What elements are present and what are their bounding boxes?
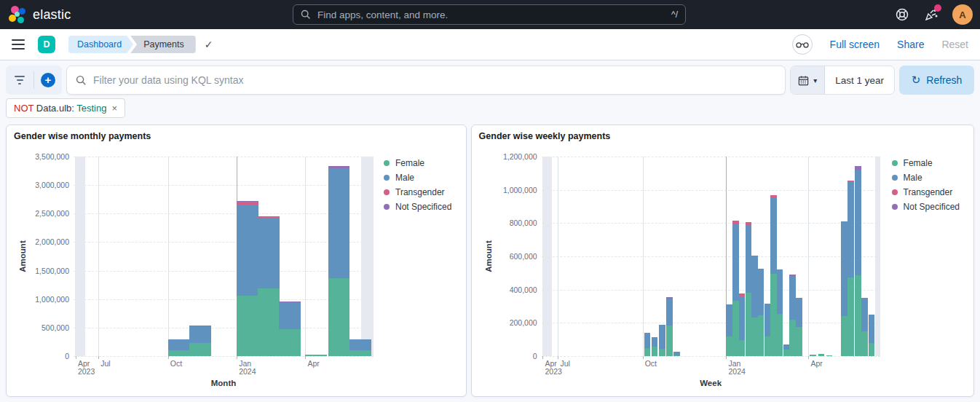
bar-segment-transgender[interactable] [770, 195, 777, 197]
bar-segment-male[interactable] [770, 197, 777, 274]
bar-segment-male[interactable] [652, 337, 658, 347]
bar-segment-female[interactable] [666, 326, 673, 356]
bar-segment-male[interactable] [258, 218, 280, 288]
remove-filter-icon[interactable]: × [111, 103, 117, 114]
stacked-bar[interactable] [673, 157, 680, 356]
stacked-bar[interactable] [751, 157, 758, 356]
filter-menu-button[interactable] [6, 66, 33, 95]
stacked-bar[interactable] [666, 157, 673, 356]
stacked-bar[interactable] [659, 157, 665, 356]
stacked-bar[interactable] [783, 157, 790, 356]
stacked-bar[interactable] [770, 157, 777, 356]
bar-segment-female[interactable] [777, 314, 783, 356]
stacked-bar[interactable] [841, 157, 847, 356]
bar-segment-male[interactable] [861, 298, 868, 332]
menu-button[interactable] [12, 39, 25, 50]
bar-segment-male[interactable] [168, 339, 190, 351]
time-range-value[interactable]: Last 1 year [825, 75, 894, 86]
full-screen-button[interactable]: Full screen [830, 39, 880, 50]
stacked-bar[interactable] [305, 157, 327, 356]
legend-item-transgender[interactable]: Transgender [892, 188, 960, 197]
bar-segment-female[interactable] [751, 318, 758, 356]
bar-segment-female[interactable] [237, 296, 258, 356]
stacked-bar[interactable] [764, 157, 771, 356]
bar-segment-female[interactable] [783, 350, 790, 356]
bar-segment-transgender[interactable] [847, 181, 854, 183]
stacked-bar[interactable] [652, 157, 658, 356]
add-filter-button[interactable]: + [34, 66, 62, 95]
bar-segment-male[interactable] [841, 221, 847, 316]
stacked-bar[interactable] [168, 157, 190, 356]
global-search-input[interactable]: Find apps, content, and more. ^/ [293, 4, 686, 25]
bar-segment-male[interactable] [758, 269, 764, 315]
bar-segment-transgender[interactable] [732, 221, 739, 224]
stacked-bar[interactable] [644, 157, 651, 356]
legend-item-not_specified[interactable]: Not Specificed [384, 202, 451, 211]
legend-item-female[interactable]: Female [384, 159, 451, 168]
bar-segment-male[interactable] [777, 269, 783, 314]
filter-pill[interactable]: NOT Data.ulb: Testing × [6, 98, 125, 118]
bar-segment-female[interactable] [328, 278, 350, 356]
bar-segment-female[interactable] [189, 343, 211, 356]
bar-segment-not_specified[interactable] [279, 302, 301, 302]
bar-segment-not_specified[interactable] [237, 201, 258, 202]
stacked-bar[interactable] [237, 157, 258, 356]
bar-segment-female[interactable] [746, 293, 752, 356]
news-feed-button[interactable] [923, 7, 939, 23]
help-button[interactable] [894, 7, 910, 23]
bar-segment-female[interactable] [796, 327, 802, 356]
stacked-bar[interactable] [726, 157, 732, 356]
bar-segment-transgender[interactable] [739, 293, 746, 296]
bar-segment-female[interactable] [659, 349, 665, 356]
stacked-bar[interactable] [869, 157, 875, 356]
bar-segment-female[interactable] [258, 288, 280, 356]
bar-segment-female[interactable] [810, 355, 816, 356]
space-avatar[interactable]: D [38, 36, 55, 53]
bar-segment-female[interactable] [861, 331, 868, 356]
bar-segment-male[interactable] [666, 299, 673, 326]
stacked-bar[interactable] [279, 157, 301, 356]
bar-segment-female[interactable] [279, 329, 301, 356]
bar-segment-female[interactable] [818, 354, 825, 356]
kql-query-input[interactable]: Filter your data using KQL syntax [66, 66, 786, 95]
legend-item-male[interactable]: Male [384, 173, 451, 182]
stacked-bar[interactable] [758, 157, 764, 356]
stacked-bar[interactable] [739, 157, 746, 356]
bar-segment-male[interactable] [739, 296, 746, 341]
stacked-bar[interactable] [328, 157, 350, 356]
share-button[interactable]: Share [897, 39, 924, 50]
stacked-bar[interactable] [796, 157, 802, 356]
bar-segment-not_specified[interactable] [666, 297, 673, 299]
bar-segment-male[interactable] [855, 170, 861, 275]
bar-segment-female[interactable] [726, 336, 732, 356]
refresh-button[interactable]: ↻ Refresh [899, 66, 974, 95]
bar-segment-not_specified[interactable] [328, 166, 350, 169]
user-avatar[interactable]: A [952, 4, 973, 25]
legend-item-transgender[interactable]: Transgender [384, 188, 451, 197]
bar-segment-male[interactable] [189, 326, 211, 343]
bar-segment-male[interactable] [237, 205, 258, 295]
bar-segment-male[interactable] [349, 339, 371, 350]
bar-segment-female[interactable] [770, 274, 777, 356]
bar-segment-male[interactable] [673, 352, 680, 355]
bar-segment-male[interactable] [746, 225, 752, 293]
bar-segment-male[interactable] [726, 304, 732, 336]
bar-segment-female[interactable] [739, 340, 746, 356]
legend-item-not_specified[interactable]: Not Specificed [892, 202, 960, 211]
stacked-bar[interactable] [855, 157, 861, 356]
bar-segment-female[interactable] [758, 315, 764, 356]
bar-segment-male[interactable] [732, 224, 739, 300]
bar-segment-male[interactable] [847, 182, 854, 277]
bar-segment-transgender[interactable] [258, 216, 280, 218]
breadcrumb-dashboard[interactable]: Dashboard [68, 36, 133, 53]
reset-button[interactable]: Reset [941, 39, 968, 50]
bar-segment-not_specified[interactable] [189, 326, 211, 326]
stacked-bar[interactable] [258, 157, 280, 356]
stacked-bar[interactable] [847, 157, 854, 356]
date-quick-select-button[interactable]: ▾ [791, 66, 825, 94]
bar-segment-not_specified[interactable] [855, 166, 861, 170]
bar-segment-male[interactable] [644, 333, 651, 348]
stacked-bar[interactable] [349, 157, 371, 356]
stacked-bar[interactable] [777, 157, 783, 356]
view-only-badge[interactable] [792, 34, 813, 55]
